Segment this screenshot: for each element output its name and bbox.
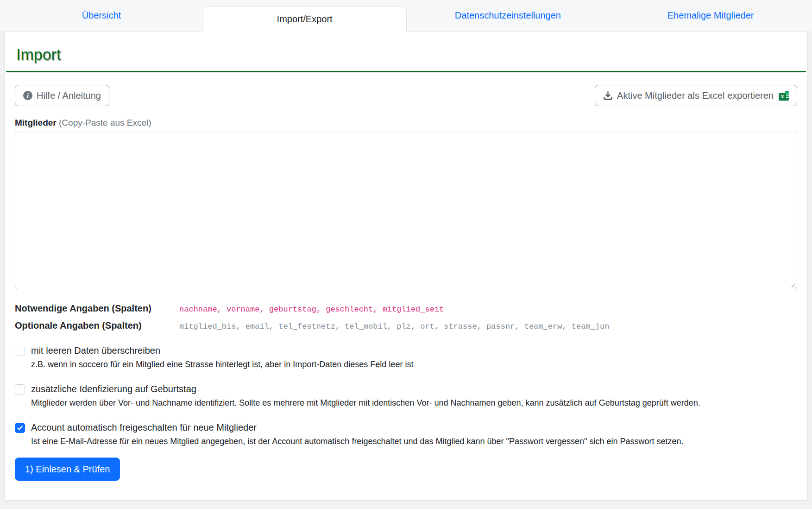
panel-header: Import bbox=[6, 32, 806, 72]
checkbox-group-identify-birthday: zusätzliche Idenfizierung auf Geburtstag… bbox=[15, 384, 797, 408]
help-button[interactable]: i Hilfe / Anleitung bbox=[15, 85, 109, 106]
required-columns-label: Notwendige Angaben (Spalten) bbox=[15, 303, 179, 314]
import-panel: Import i Hilfe / Anleitung Aktive Mitgli… bbox=[4, 31, 808, 501]
textarea-wrapper bbox=[15, 132, 797, 289]
checkbox-auto-activate-description: Ist eine E-Mail-Adresse für ein neues Mi… bbox=[31, 437, 797, 446]
checkbox-overwrite-empty[interactable] bbox=[15, 346, 25, 356]
checkbox-auto-activate[interactable] bbox=[15, 423, 25, 433]
tab-bar: Übersicht Import/Export Datenschutzeinst… bbox=[0, 0, 812, 31]
download-icon bbox=[603, 91, 613, 101]
tab-datenschutzeinstellungen[interactable]: Datenschutzeinstellungen bbox=[407, 0, 610, 31]
optional-columns-code: mitglied_bis, email, tel_festnetz, tel_m… bbox=[179, 322, 797, 331]
tab-ehemalige-mitglieder[interactable]: Ehemalige Mitglieder bbox=[609, 0, 812, 31]
checkbox-group-overwrite-empty: mit leeren Daten überschreiben z.B. wenn… bbox=[15, 345, 797, 369]
members-paste-textarea[interactable] bbox=[15, 132, 797, 289]
required-columns-code: nachname, vorname, geburtstag, geschlech… bbox=[179, 305, 797, 314]
checkbox-group-auto-activate: Account automatisch freigeschalten für n… bbox=[15, 422, 797, 446]
textarea-label-bold: Mitglieder bbox=[15, 118, 57, 127]
textarea-label-hint: (Copy-Paste aus Excel) bbox=[59, 118, 151, 127]
excel-icon: x bbox=[779, 91, 789, 101]
export-button-label: Aktive Mitglieder als Excel exportieren bbox=[617, 90, 774, 101]
export-excel-button[interactable]: Aktive Mitglieder als Excel exportieren … bbox=[595, 85, 797, 106]
checkbox-identify-birthday[interactable] bbox=[15, 384, 25, 394]
check-icon bbox=[17, 425, 23, 431]
page-title: Import bbox=[16, 45, 796, 64]
checkbox-overwrite-empty-description: z.B. wenn in soccero für ein Mitglied ei… bbox=[31, 360, 797, 369]
checkbox-auto-activate-label[interactable]: Account automatisch freigeschalten für n… bbox=[31, 422, 257, 433]
optional-columns-label: Optionale Angaben (Spalten) bbox=[15, 320, 179, 331]
info-icon: i bbox=[23, 91, 32, 100]
checkbox-identify-birthday-label[interactable]: zusätzliche Idenfizierung auf Geburtstag bbox=[31, 384, 196, 394]
help-button-label: Hilfe / Anleitung bbox=[37, 90, 101, 101]
checkbox-identify-birthday-description: Mitglieder werden über Vor- und Nachname… bbox=[31, 398, 797, 408]
textarea-label: Mitglieder (Copy-Paste aus Excel) bbox=[15, 118, 797, 128]
tab-import-export[interactable]: Import/Export bbox=[203, 6, 407, 32]
read-and-check-button[interactable]: 1) Einlesen & Prüfen bbox=[15, 458, 120, 481]
page: Übersicht Import/Export Datenschutzeinst… bbox=[0, 0, 812, 509]
checkbox-overwrite-empty-label[interactable]: mit leeren Daten überschreiben bbox=[31, 345, 160, 356]
toolbar: i Hilfe / Anleitung Aktive Mitglieder al… bbox=[15, 85, 797, 106]
columns-info: Notwendige Angaben (Spalten) nachname, v… bbox=[15, 303, 797, 331]
tab-uebersicht[interactable]: Übersicht bbox=[0, 0, 203, 31]
